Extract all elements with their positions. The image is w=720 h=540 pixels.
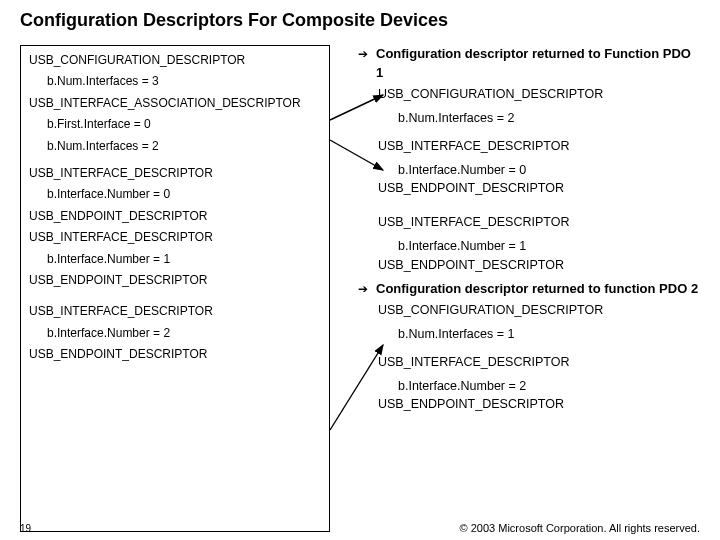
desc-line: USB_CONFIGURATION_DESCRIPTOR bbox=[358, 301, 700, 319]
desc-line: b.Num.Interfaces = 3 bbox=[29, 73, 321, 90]
desc-line: USB_INTERFACE_DESCRIPTOR bbox=[29, 229, 321, 246]
bullet-pdo2: ➔ Configuration descriptor returned to f… bbox=[358, 280, 700, 299]
copyright-footer: © 2003 Microsoft Corporation. All rights… bbox=[460, 522, 700, 534]
desc-line: USB_CONFIGURATION_DESCRIPTOR bbox=[29, 52, 321, 69]
desc-line: USB_INTERFACE_DESCRIPTOR bbox=[358, 213, 700, 231]
desc-line: b.Num.Interfaces = 1 bbox=[358, 325, 700, 343]
bullet-pdo1: ➔ Configuration descriptor returned to F… bbox=[358, 45, 700, 83]
arrow-right-icon: ➔ bbox=[358, 281, 368, 298]
bullet-heading: Configuration descriptor returned to Fun… bbox=[376, 45, 700, 83]
page-number: 19 bbox=[20, 523, 31, 534]
desc-line: USB_ENDPOINT_DESCRIPTOR bbox=[358, 256, 700, 274]
desc-line: b.First.Interface = 0 bbox=[29, 116, 321, 133]
desc-line: b.Interface.Number = 2 bbox=[358, 377, 700, 395]
desc-line: b.Interface.Number = 1 bbox=[358, 237, 700, 255]
desc-line: b.Num.Interfaces = 2 bbox=[358, 109, 700, 127]
desc-line: USB_INTERFACE_DESCRIPTOR bbox=[29, 165, 321, 182]
desc-line: USB_ENDPOINT_DESCRIPTOR bbox=[29, 208, 321, 225]
desc-line: USB_INTERFACE_ASSOCIATION_DESCRIPTOR bbox=[29, 95, 321, 112]
desc-line: USB_ENDPOINT_DESCRIPTOR bbox=[29, 272, 321, 289]
desc-line: USB_ENDPOINT_DESCRIPTOR bbox=[29, 346, 321, 363]
arrow-right-icon: ➔ bbox=[358, 46, 368, 63]
desc-line: b.Num.Interfaces = 2 bbox=[29, 138, 321, 155]
content-columns: USB_CONFIGURATION_DESCRIPTOR b.Num.Inter… bbox=[20, 45, 700, 532]
desc-line: b.Interface.Number = 2 bbox=[29, 325, 321, 342]
bullet-heading: Configuration descriptor returned to fun… bbox=[376, 280, 698, 299]
desc-line: USB_ENDPOINT_DESCRIPTOR bbox=[358, 395, 700, 413]
desc-line: USB_INTERFACE_DESCRIPTOR bbox=[358, 137, 700, 155]
desc-line: b.Interface.Number = 1 bbox=[29, 251, 321, 268]
desc-line: USB_ENDPOINT_DESCRIPTOR bbox=[358, 179, 700, 197]
desc-line: b.Interface.Number = 0 bbox=[29, 186, 321, 203]
slide-title: Configuration Descriptors For Composite … bbox=[20, 10, 700, 31]
right-column: ➔ Configuration descriptor returned to F… bbox=[358, 45, 700, 532]
desc-line: USB_CONFIGURATION_DESCRIPTOR bbox=[358, 85, 700, 103]
descriptor-box: USB_CONFIGURATION_DESCRIPTOR b.Num.Inter… bbox=[20, 45, 330, 532]
desc-line: USB_INTERFACE_DESCRIPTOR bbox=[29, 303, 321, 320]
desc-line: USB_INTERFACE_DESCRIPTOR bbox=[358, 353, 700, 371]
desc-line: b.Interface.Number = 0 bbox=[358, 161, 700, 179]
